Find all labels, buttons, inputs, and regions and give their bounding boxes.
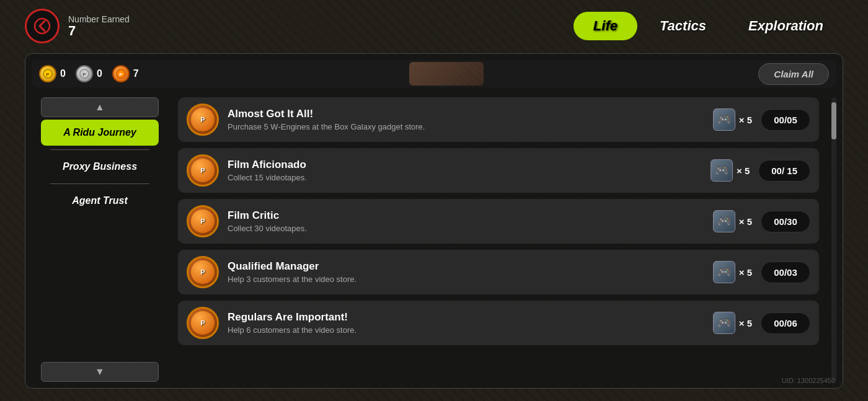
achievement-desc-4: Help 6 customers at the video store. xyxy=(228,325,704,335)
achievements-list: P Almost Got It All! Purchase 5 W-Engine… xyxy=(178,97,822,382)
gold-currency: P 0 xyxy=(39,65,66,82)
main-container: Number Earned 7 Life Tactics Exploration… xyxy=(0,0,868,401)
achievement-desc-2: Collect 30 videotapes. xyxy=(228,224,704,233)
achievement-reward-3: 🎮 × 5 xyxy=(713,261,752,283)
achievement-title-2: Film Critic xyxy=(228,209,704,222)
achievement-text-0: Almost Got It All! Purchase 5 W-Engines … xyxy=(228,108,704,131)
progress-pill-4: 00/06 xyxy=(761,312,810,334)
progress-pill-2: 00/30 xyxy=(761,211,810,232)
sidebar-item-agent-trust[interactable]: Agent Trust xyxy=(41,188,159,214)
achievement-icon-0: P xyxy=(187,104,219,136)
orange-amount: 7 xyxy=(133,68,139,79)
gold-icon: P xyxy=(39,65,56,82)
silver-currency: P 0 xyxy=(76,65,102,82)
orange-coin-icon: P xyxy=(116,69,126,79)
reward-multiply-4: × 5 xyxy=(739,318,752,328)
achievement-text-4: Regulars Are Important! Help 6 customers… xyxy=(228,311,704,335)
reward-multiply-3: × 5 xyxy=(739,267,752,278)
reward-multiply-1: × 5 xyxy=(737,165,750,176)
uid-footer: UID: 1300225450 xyxy=(782,377,835,384)
inner-layout: A Ridu Journey Proxy Business Agent Trus… xyxy=(32,97,836,382)
achievement-row-4: P Regulars Are Important! Help 6 custome… xyxy=(178,301,819,345)
reward-multiply-0: × 5 xyxy=(739,115,752,125)
silver-amount: 0 xyxy=(97,68,102,79)
chevron-down-icon xyxy=(95,366,105,377)
svg-text:P: P xyxy=(46,72,50,77)
achievement-icon-2: P xyxy=(187,205,219,237)
achievement-title-1: Film Aficionado xyxy=(228,159,702,171)
reward-icon-3: 🎮 xyxy=(713,261,735,283)
number-earned-label: Number Earned xyxy=(68,14,130,24)
reward-icon-1: 🎮 xyxy=(711,159,733,182)
sidebar-divider-1 xyxy=(50,149,149,150)
thumbnail-preview xyxy=(409,62,484,86)
reward-icon-4: 🎮 xyxy=(713,312,735,334)
claim-all-button[interactable]: Claim All xyxy=(758,63,829,85)
orange-icon: P xyxy=(112,65,130,82)
reward-icon-0: 🎮 xyxy=(713,108,735,131)
achievement-reward-2: 🎮 × 5 xyxy=(713,210,752,232)
scrollbar-track[interactable] xyxy=(831,97,836,382)
gold-amount: 0 xyxy=(60,68,66,79)
svg-text:P: P xyxy=(119,72,123,77)
header-left: Number Earned 7 xyxy=(25,9,130,43)
gold-coin-icon: P xyxy=(43,69,53,79)
tab-tactics[interactable]: Tactics xyxy=(640,12,726,40)
back-icon xyxy=(33,17,51,35)
achievement-reward-4: 🎮 × 5 xyxy=(713,312,752,334)
tab-exploration[interactable]: Exploration xyxy=(728,12,843,40)
achievement-desc-1: Collect 15 videotapes. xyxy=(228,173,702,182)
svg-point-0 xyxy=(35,19,50,33)
sidebar-item-a-ridu-journey[interactable]: A Ridu Journey xyxy=(41,120,159,146)
achievement-row-1: P Film Aficionado Collect 15 videotapes.… xyxy=(178,148,819,193)
sidebar: A Ridu Journey Proxy Business Agent Trus… xyxy=(32,97,168,382)
achievement-icon-3: P xyxy=(187,256,219,288)
tab-life[interactable]: Life xyxy=(574,12,637,40)
progress-pill-1: 00/ 15 xyxy=(758,160,810,182)
progress-pill-3: 00/03 xyxy=(761,262,810,283)
achievement-row: P Almost Got It All! Purchase 5 W-Engine… xyxy=(178,97,819,142)
content-area: P 0 P 0 P xyxy=(25,53,843,389)
tab-navigation: Life Tactics Exploration xyxy=(574,12,843,40)
achievement-text-2: Film Critic Collect 30 videotapes. xyxy=(228,209,704,233)
header: Number Earned 7 Life Tactics Exploration xyxy=(25,6,843,46)
achievement-icon-4: P xyxy=(187,307,219,339)
achievement-text-3: Qualified Manager Help 3 customers at th… xyxy=(228,260,704,284)
achievement-reward-1: 🎮 × 5 xyxy=(711,159,750,182)
achievement-reward-0: 🎮 × 5 xyxy=(713,108,752,131)
number-earned-value: 7 xyxy=(68,24,130,38)
reward-multiply-2: × 5 xyxy=(739,216,752,227)
achievement-title-0: Almost Got It All! xyxy=(228,108,704,120)
number-earned-container: Number Earned 7 xyxy=(68,14,130,38)
achievement-icon-1: P xyxy=(187,154,219,187)
achievement-desc-0: Purchase 5 W-Engines at the Box Galaxy g… xyxy=(228,122,704,131)
achievement-row-3: P Qualified Manager Help 3 customers at … xyxy=(178,250,819,294)
reward-icon-2: 🎮 xyxy=(713,210,735,232)
sidebar-scroll-down[interactable] xyxy=(41,362,159,382)
achievement-text-1: Film Aficionado Collect 15 videotapes. xyxy=(228,159,702,182)
achievement-desc-3: Help 3 customers at the video store. xyxy=(228,275,704,284)
scrollbar-thumb[interactable] xyxy=(831,102,836,139)
currency-bar: P 0 P 0 P xyxy=(32,60,836,87)
silver-icon: P xyxy=(76,65,93,82)
svg-text:P: P xyxy=(82,72,86,77)
silver-coin-icon: P xyxy=(79,69,89,79)
orange-currency: P 7 xyxy=(112,65,139,82)
achievement-title-4: Regulars Are Important! xyxy=(228,311,704,324)
back-button[interactable] xyxy=(25,9,60,43)
sidebar-scroll-up[interactable] xyxy=(41,97,159,117)
achievement-row-2: P Film Critic Collect 30 videotapes. 🎮 ×… xyxy=(178,199,819,244)
progress-pill-0: 00/05 xyxy=(761,109,810,131)
sidebar-item-proxy-business[interactable]: Proxy Business xyxy=(41,154,159,180)
sidebar-divider-2 xyxy=(50,183,149,184)
achievement-title-3: Qualified Manager xyxy=(228,260,704,273)
chevron-up-icon xyxy=(95,102,105,113)
